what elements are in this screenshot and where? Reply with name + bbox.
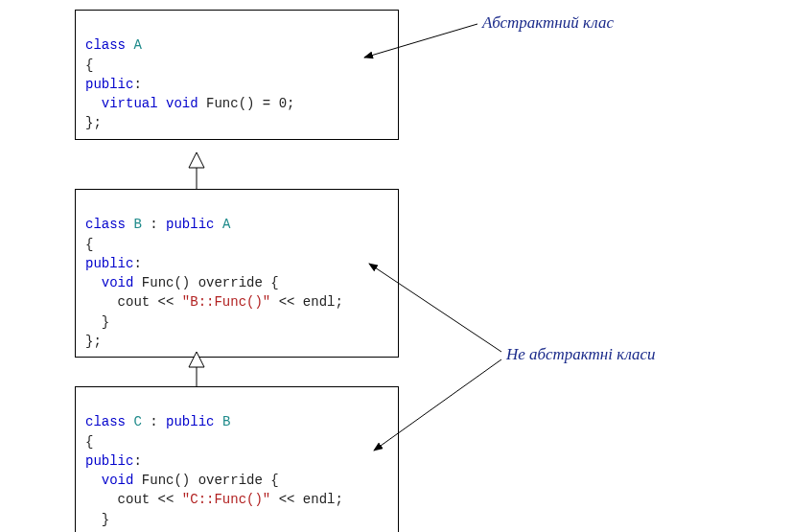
cout-post: << endl; (270, 294, 343, 310)
brace-close: }; (85, 115, 102, 130)
colon: : (133, 256, 141, 271)
type-b: B (133, 217, 141, 232)
annotation-abstract: Абстрактний клас (482, 13, 614, 33)
kw-void: void (85, 473, 133, 488)
cout-post: << endl; (270, 492, 343, 507)
kw-public: public (166, 414, 214, 429)
kw-class: class (85, 217, 126, 232)
svg-marker-0 (189, 152, 204, 168)
kw-public: public (166, 217, 214, 232)
kw-public: public (85, 77, 133, 92)
string-literal: "B::Func()" (182, 294, 270, 310)
kw-public: public (85, 256, 133, 271)
func-decl: Func() override { (142, 275, 279, 290)
brace-open: { (85, 237, 93, 252)
brace-open: { (85, 434, 93, 450)
class-b-box: class B : public A { public: void Func()… (75, 189, 399, 358)
string-literal: "C::Func()" (182, 492, 270, 507)
kw-class: class (85, 414, 126, 429)
colon: : (133, 77, 141, 92)
kw-virtual: virtual (85, 96, 158, 111)
brace-inner-close: } (85, 314, 109, 330)
sep: : (142, 414, 166, 429)
type-b-ref: B (222, 414, 230, 429)
brace-open: { (85, 58, 93, 73)
func-decl: Func() = 0; (206, 96, 294, 111)
brace-inner-close: } (85, 512, 109, 527)
inheritance-b-to-a-icon (189, 152, 204, 189)
sep: : (142, 217, 166, 232)
type-a: A (133, 37, 141, 53)
type-a-ref: A (222, 217, 230, 232)
brace-close: }; (85, 334, 102, 349)
kw-void: void (85, 275, 133, 290)
cout-pre: cout << (85, 492, 182, 507)
colon: : (133, 453, 141, 469)
kw-class: class (85, 37, 126, 53)
type-c: C (133, 414, 141, 429)
class-c-box: class C : public B { public: void Func()… (75, 386, 399, 532)
kw-public: public (85, 453, 133, 469)
kw-void: void (166, 96, 198, 111)
cout-pre: cout << (85, 294, 182, 310)
class-a-box: class A { public: virtual void Func() = … (75, 10, 399, 140)
func-decl: Func() override { (142, 473, 279, 488)
annotation-non-abstract: Не абстрактні класи (506, 345, 656, 364)
